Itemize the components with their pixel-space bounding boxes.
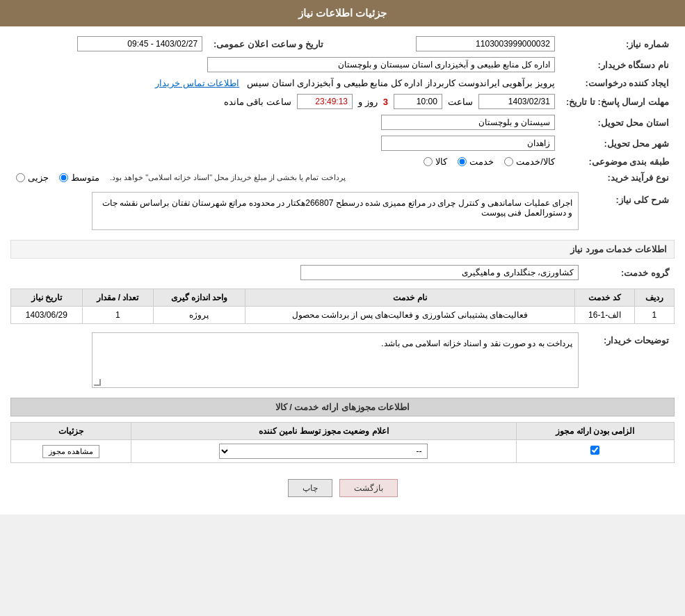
subject-kala-radio[interactable] [424,157,433,166]
row-date: 1403/06/29 [11,307,83,324]
row-unit: پروژه [154,307,245,324]
buyer-notes-text: پرداخت به دو صورت نقد و اسناد خزانه اسلا… [381,339,572,348]
button-bar: بازگشت چاپ [10,469,675,508]
page-container: جزئیات اطلاعات نیاز شماره نیاز: تاریخ و … [0,0,685,514]
license-required-checkbox[interactable] [590,446,599,455]
col-count: تعداد / مقدار [82,289,154,307]
buyer-notes-box: پرداخت به دو صورت نقد و اسناد خزانه اسلا… [92,332,579,388]
col-status: اعلام وضعیت مجوز توسط نامین کننده [131,423,517,440]
col-details: جزئیات [11,423,131,440]
description-label: شرح کلی نیاز: [584,189,675,233]
purchase-jozi-radio[interactable] [16,173,25,182]
description-table: شرح کلی نیاز: اجرای عملیات ساماندهی و کن… [10,189,675,233]
province-input[interactable] [381,115,555,130]
services-data-table: ردیف کد خدمت نام خدمت واحد اندازه گیری ت… [10,289,675,324]
col-required: الزامی بودن ارائه مجوز [516,423,674,440]
main-content: شماره نیاز: تاریخ و ساعت اعلان عمومی: نا… [0,26,685,514]
purchase-motavaset-radio[interactable] [59,173,68,182]
row-number: 1 [634,307,674,324]
service-group-label: گروه خدمت: [584,262,675,283]
response-time-label: ساعت [448,97,473,107]
resize-handle [94,379,101,386]
col-name: نام خدمت [245,289,575,307]
response-date-input[interactable] [478,94,555,109]
buyer-notes-label: توضیحات خریدار: [584,330,675,391]
announcement-datetime-input[interactable] [77,36,202,51]
license-required-cell [516,440,674,463]
license-details-cell: مشاهده مجوز [11,440,131,463]
back-button[interactable]: بازگشت [339,479,398,497]
remaining-days-label: روز و [358,97,378,107]
buyer-org-input[interactable] [207,57,555,72]
service-group-input[interactable] [300,265,579,280]
purchase-jozi-label: جزیی [28,172,49,183]
license-row: -- مشاهده مجوز [11,440,675,463]
creator-value: پرویز برآهویی ایراندوست کاربرداز اداره ک… [247,78,555,88]
announcement-datetime-label: تاریخ و ساعت اعلان عمومی: [208,33,329,54]
creator-label: ایجاد کننده درخواست: [561,75,675,91]
buyer-notes-table: توضیحات خریدار: پرداخت به دو صورت نقد و … [10,330,675,391]
col-code: کد خدمت [575,289,634,307]
table-row: 1 الف-1-16 فعالیت‌های پشتیبانی کشاورزی و… [11,307,675,324]
purchase-note: پرداخت تمام یا بخشی از مبلغ خریداز محل "… [110,173,346,182]
row-name: فعالیت‌های پشتیبانی کشاورزی و فعالیت‌های… [245,307,575,324]
subject-label: طبقه بندی موضوعی: [561,154,675,170]
creator-contact-link[interactable]: اطلاعات تماس خریدار [155,78,239,88]
buyer-org-label: نام دستگاه خریدار: [561,54,675,75]
purchase-type-label: نوع فرآیند خرید: [561,170,675,186]
response-deadline-label: مهلت ارسال پاسخ: تا تاریخ: [561,91,675,112]
remaining-days-value: 3 [383,97,388,107]
col-row: ردیف [634,289,674,307]
page-header: جزئیات اطلاعات نیاز [0,0,685,26]
license-status-cell: -- [131,440,517,463]
page-title: جزئیات اطلاعات نیاز [298,7,387,19]
service-group-table: گروه خدمت: [10,262,675,283]
services-section-title: اطلاعات خدمات مورد نیاز [10,240,675,259]
col-date: تاریخ نیاز [11,289,83,307]
row-code: الف-1-16 [575,307,634,324]
response-time-input[interactable] [394,94,442,109]
remaining-time-input[interactable] [297,94,353,109]
subject-kala-khedmat-radio[interactable] [504,157,513,166]
need-number-label: شماره نیاز: [561,33,675,54]
city-input[interactable] [381,136,555,151]
city-label: شهر محل تحویل: [561,133,675,154]
license-status-select[interactable]: -- [219,444,428,459]
province-label: استان محل تحویل: [561,112,675,133]
subject-kala-khedmat-label: کالا/خدمت [516,156,555,167]
description-box: اجرای عملیات ساماندهی و کنترل چرای در مر… [92,192,579,230]
view-license-button[interactable]: مشاهده مجوز [42,445,99,458]
need-number-input[interactable] [416,36,555,51]
remaining-suffix: ساعت باقی مانده [224,97,291,107]
col-unit: واحد اندازه گیری [154,289,245,307]
print-button[interactable]: چاپ [288,479,332,497]
main-info-table: شماره نیاز: تاریخ و ساعت اعلان عمومی: نا… [10,33,675,186]
purchase-motavaset-label: متوسط [71,172,99,183]
licenses-section-title: اطلاعات مجوزهای ارائه خدمت / کالا [10,398,675,416]
subject-khedmat-label: خدمت [469,156,494,167]
licenses-table: الزامی بودن ارائه مجوز اعلام وضعیت مجوز … [10,422,675,463]
row-count: 1 [82,307,154,324]
subject-kala-label: کالا [435,156,447,167]
subject-khedmat-radio[interactable] [458,157,467,166]
